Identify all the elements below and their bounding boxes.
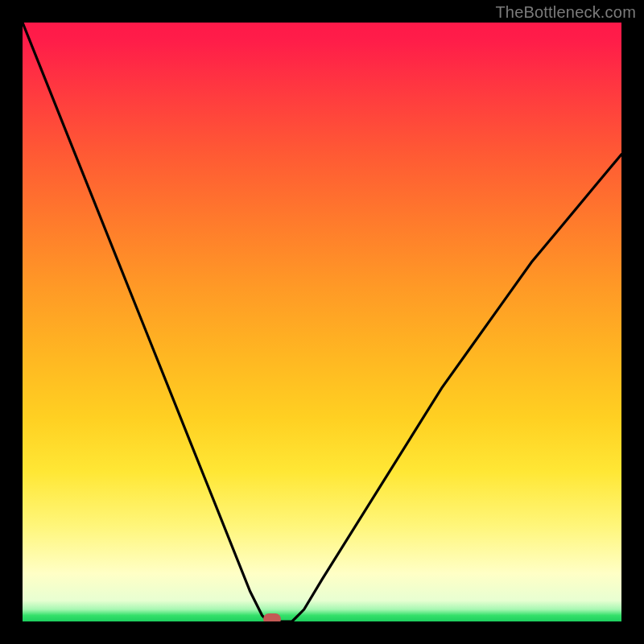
plot-area [23, 23, 621, 621]
chart-frame: TheBottleneck.com [0, 0, 644, 644]
watermark-label: TheBottleneck.com [495, 3, 636, 22]
bottleneck-curve [23, 23, 621, 621]
optimal-point-marker [263, 613, 281, 621]
